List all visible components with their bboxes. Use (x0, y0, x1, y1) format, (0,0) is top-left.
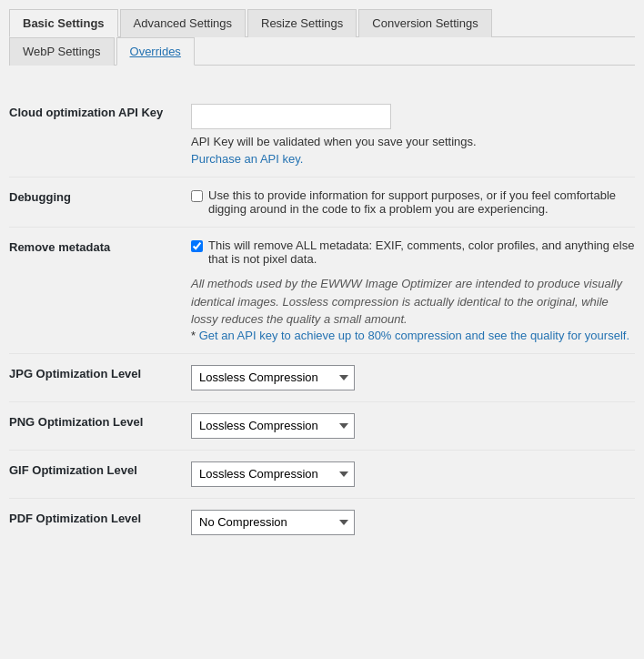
cloud-api-row: Cloud optimization API Key API Key will … (9, 93, 635, 177)
purchase-api-link[interactable]: Purchase an API key. (191, 152, 303, 166)
debugging-checkbox[interactable] (191, 190, 203, 202)
settings-content: Cloud optimization API Key API Key will … (9, 84, 635, 555)
png-optimization-select[interactable]: No Compression Lossless Compression Loss… (191, 413, 355, 439)
cloud-api-input[interactable] (191, 104, 391, 129)
pdf-optimization-control: No Compression Lossless Compression (191, 510, 635, 535)
remove-metadata-control: This will remove ALL metadata: EXIF, com… (191, 238, 635, 342)
tab-basic-settings[interactable]: Basic Settings (9, 9, 118, 37)
remove-metadata-description: This will remove ALL metadata: EXIF, com… (208, 238, 635, 266)
tabs-row-2: WebP Settings Overrides (9, 37, 635, 66)
gif-optimization-label: GIF Optimization Level (9, 461, 191, 477)
api-validate-note: API Key will be validated when you save … (191, 135, 477, 148)
tab-overrides[interactable]: Overrides (116, 37, 195, 66)
cloud-api-control: API Key will be validated when you save … (191, 104, 635, 166)
debugging-label: Debugging (9, 188, 191, 204)
cloud-api-label: Cloud optimization API Key (9, 104, 191, 119)
png-optimization-label: PNG Optimization Level (9, 413, 191, 429)
pdf-optimization-row: PDF Optimization Level No Compression Lo… (9, 499, 635, 546)
debugging-control: Use this to provide information for supp… (191, 188, 635, 216)
api-purchase-note: Purchase an API key. (191, 152, 635, 166)
png-optimization-control: No Compression Lossless Compression Loss… (191, 413, 635, 439)
jpg-optimization-select[interactable]: No Compression Lossless Compression Loss… (191, 365, 355, 390)
pdf-optimization-label: PDF Optimization Level (9, 510, 191, 525)
remove-metadata-label: Remove metadata (9, 238, 191, 254)
gif-optimization-select[interactable]: No Compression Lossless Compression (191, 461, 355, 487)
tabs-row-1: Basic Settings Advanced Settings Resize … (9, 9, 635, 37)
jpg-optimization-control: No Compression Lossless Compression Loss… (191, 365, 635, 390)
png-optimization-row: PNG Optimization Level No Compression Lo… (9, 402, 635, 451)
debugging-row: Debugging Use this to provide informatio… (9, 177, 635, 228)
pdf-optimization-select[interactable]: No Compression Lossless Compression (191, 510, 355, 535)
tab-resize-settings[interactable]: Resize Settings (247, 9, 357, 37)
tab-conversion-settings[interactable]: Conversion Settings (358, 9, 491, 37)
gif-optimization-control: No Compression Lossless Compression (191, 461, 635, 487)
star-symbol: * (191, 329, 199, 342)
gif-optimization-row: GIF Optimization Level No Compression Lo… (9, 451, 635, 499)
debugging-description: Use this to provide information for supp… (208, 188, 635, 216)
promo-api-link[interactable]: Get an API key to achieve up to 80% comp… (199, 329, 629, 342)
tab-advanced-settings[interactable]: Advanced Settings (120, 9, 246, 37)
promo-note: * Get an API key to achieve up to 80% co… (191, 329, 635, 342)
jpg-optimization-label: JPG Optimization Level (9, 365, 191, 380)
ewww-note: All methods used by the EWWW Image Optim… (191, 275, 635, 329)
jpg-optimization-row: JPG Optimization Level No Compression Lo… (9, 354, 635, 402)
tab-webp-settings[interactable]: WebP Settings (9, 37, 115, 66)
remove-metadata-checkbox[interactable] (191, 240, 203, 252)
remove-metadata-row: Remove metadata This will remove ALL met… (9, 228, 635, 354)
